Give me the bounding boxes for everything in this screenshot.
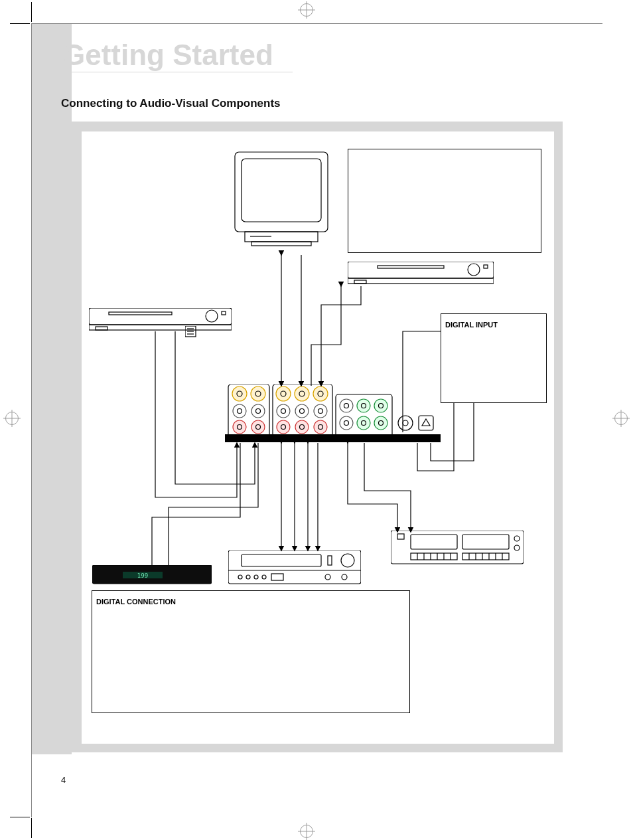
digital-connection-label: DIGITAL CONNECTION — [96, 598, 176, 606]
registration-mark-icon — [5, 412, 19, 425]
diagram-canvas: DIGITAL INPUT — [82, 131, 554, 744]
left-margin-band — [32, 24, 72, 754]
connection-wires — [82, 132, 553, 597]
crop-mark — [31, 2, 32, 22]
section-title: Connecting to Audio-Visual Components — [61, 97, 281, 110]
page-number: 4 — [61, 775, 66, 785]
crop-mark — [31, 818, 32, 838]
registration-mark-icon — [614, 412, 628, 425]
crop-mark — [10, 817, 30, 817]
crop-mark — [10, 23, 30, 24]
chapter-title: Getting Started — [61, 40, 293, 72]
registration-mark-icon — [300, 3, 313, 17]
registration-mark-icon — [300, 825, 313, 838]
digital-connection-box: DIGITAL CONNECTION — [92, 590, 410, 713]
